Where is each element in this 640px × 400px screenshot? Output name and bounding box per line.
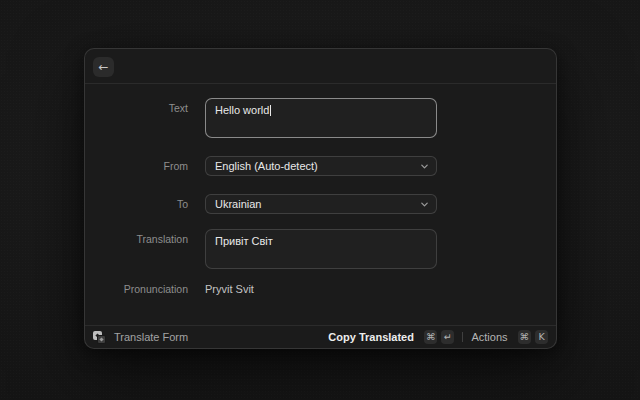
from-language-value: English (Auto-detect) xyxy=(215,160,318,172)
actions-label: Actions xyxy=(471,331,507,343)
to-language-value: Ukrainian xyxy=(215,198,261,210)
command-title: Translate Form xyxy=(114,331,188,343)
form-row-translation: Translation Привіт Світ xyxy=(85,229,556,269)
chevron-down-icon xyxy=(420,162,429,171)
action-bar-left: Translate Form xyxy=(93,331,328,344)
action-bar-divider xyxy=(462,332,463,342)
back-button[interactable]: ← xyxy=(93,57,114,77)
copy-translated-label: Copy Translated xyxy=(328,331,414,343)
desktop-background: ← Text Hello world From English (Auto-de… xyxy=(0,0,640,400)
from-field-label: From xyxy=(85,156,188,176)
text-input[interactable]: Hello world xyxy=(205,98,437,138)
form-row-text: Text Hello world xyxy=(85,98,556,138)
actions-menu-button[interactable]: Actions ⌘ K xyxy=(471,330,548,344)
pronunciation-field-label: Pronunciation xyxy=(85,282,188,296)
k-key-icon: K xyxy=(535,330,548,344)
text-cursor xyxy=(270,105,271,116)
to-language-dropdown[interactable]: Ukrainian xyxy=(205,194,437,214)
command-key-icon: ⌘ xyxy=(518,330,532,344)
text-input-value: Hello world xyxy=(215,104,269,116)
action-bar: Translate Form Copy Translated ⌘ ↵ Actio… xyxy=(85,325,556,348)
translate-form: Text Hello world From English (Auto-dete… xyxy=(85,84,556,296)
from-language-dropdown[interactable]: English (Auto-detect) xyxy=(205,156,437,176)
text-field-label: Text xyxy=(85,98,188,138)
return-key-icon: ↵ xyxy=(441,330,454,344)
translation-output[interactable]: Привіт Світ xyxy=(205,229,437,269)
translation-output-value: Привіт Світ xyxy=(215,235,273,247)
window-header: ← xyxy=(85,49,556,84)
translate-form-window: ← Text Hello world From English (Auto-de… xyxy=(84,48,557,349)
pronunciation-value: Pryvit Svit xyxy=(205,282,254,296)
form-row-to: To Ukrainian xyxy=(85,194,556,214)
form-row-pronunciation: Pronunciation Pryvit Svit xyxy=(85,282,556,296)
copy-translated-button[interactable]: Copy Translated ⌘ ↵ xyxy=(328,330,454,344)
translate-icon xyxy=(93,331,106,344)
translation-field-label: Translation xyxy=(85,229,188,269)
form-row-from: From English (Auto-detect) xyxy=(85,156,556,176)
command-key-icon: ⌘ xyxy=(424,330,438,344)
chevron-down-icon xyxy=(420,200,429,209)
back-arrow-icon: ← xyxy=(98,61,108,73)
to-field-label: To xyxy=(85,194,188,214)
